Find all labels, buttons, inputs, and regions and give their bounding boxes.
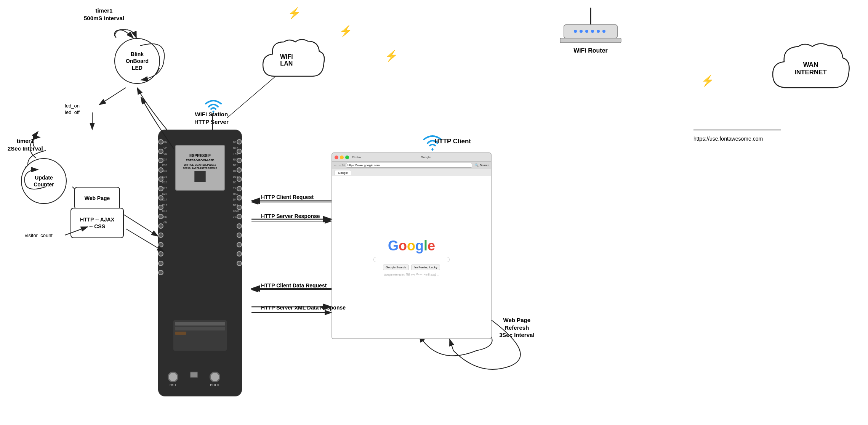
wan-internet-label: WANINTERNET xyxy=(794,61,827,76)
http-client-label: HTTP Client xyxy=(434,137,471,146)
browser-window: Firefox Google ← → ↻ https://www.google.… xyxy=(332,152,492,339)
wifi-lan-label: WiFiLAN xyxy=(280,53,293,67)
esp32-board: EN VP VN D34 D35 D32 D33 D25 D26 D27 D14… xyxy=(158,130,242,396)
fontawesome-divider xyxy=(693,130,781,130)
wifi-router-label: WiFi Router xyxy=(553,47,629,54)
lightning-3: ⚡ xyxy=(288,7,301,19)
blink-led-circle: BlinkOnBoardLED xyxy=(114,38,160,84)
svg-point-9 xyxy=(580,30,583,33)
svg-point-10 xyxy=(585,30,588,33)
wan-cloud: WANINTERNET xyxy=(770,38,854,103)
lightning-4: ⚡ xyxy=(701,74,714,87)
update-counter-circle: UpdateCounter xyxy=(21,158,67,204)
http-client-request-label: HTTP Client Request xyxy=(261,194,314,200)
wifi-lan-cloud: WiFiLAN xyxy=(259,34,328,91)
visitor-count-label: visitor_count xyxy=(25,233,53,239)
svg-rect-7 xyxy=(564,25,617,38)
http-server-xml-label: HTTP Server XML Data Response xyxy=(261,304,346,311)
web-page-refresh-label: Web PageReferesh3Sec Interval xyxy=(499,316,535,339)
wifi-router-section: WiFi Router xyxy=(553,4,629,54)
http-ajax-css-circle: HTTP -- AJAX-- CSS xyxy=(70,208,124,238)
http-server-response-label: HTTP Server Response xyxy=(261,213,320,220)
lightning-1: ⚡ xyxy=(339,25,352,37)
svg-point-8 xyxy=(574,30,577,33)
lightning-2: ⚡ xyxy=(385,50,398,62)
http-client-data-request-label: HTTP Client Data Request xyxy=(261,282,327,289)
svg-point-11 xyxy=(591,30,594,33)
web-page-circle: Web Page xyxy=(74,187,120,210)
fontawesome-url: https://use.fontawesome.com xyxy=(693,135,763,142)
timer2-2sec-label: timer12Sec Interval xyxy=(8,137,43,152)
svg-point-13 xyxy=(602,30,605,33)
timer1-500ms-label: timer1500mS Interval xyxy=(84,7,124,22)
svg-rect-14 xyxy=(560,38,621,43)
svg-point-12 xyxy=(597,30,600,33)
led-on-off-label: led_onled_off xyxy=(65,103,80,116)
wifi-station-icon xyxy=(202,95,225,116)
